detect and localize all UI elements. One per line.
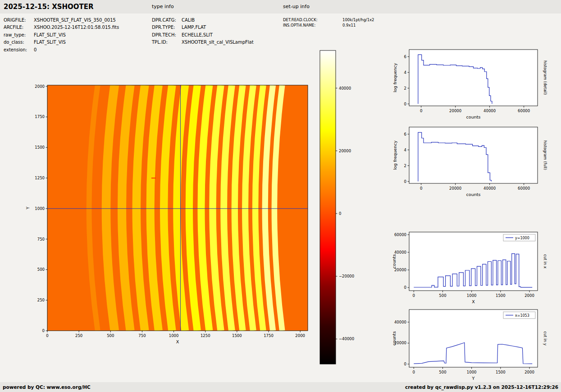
field-value: ECHELLE,SLIT <box>182 32 213 37</box>
svg-text:counts: counts <box>392 331 397 346</box>
meta-row: ARCFILE:XSHOO.2025-12-16T12:01:58.015.fi… <box>4 24 119 31</box>
svg-text:−20000: −20000 <box>339 274 354 278</box>
svg-text:60000: 60000 <box>394 232 406 237</box>
plot-area <box>409 50 538 106</box>
field-label: ORIGFILE: <box>4 17 34 24</box>
svg-text:cut in x: cut in x <box>543 254 547 269</box>
field-value: XSHOOTER_slt_cal_VISLampFlat <box>182 40 254 45</box>
svg-text:1500: 1500 <box>496 293 506 298</box>
svg-text:histogram (detail): histogram (detail) <box>543 60 547 95</box>
meta-row: INS.OPTI4.NAME:0.9x11 <box>283 23 374 28</box>
svg-text:Y: Y <box>472 376 475 381</box>
field-label: raw_type: <box>4 32 34 39</box>
field-label: DPR.CATG: <box>152 17 182 24</box>
svg-text:20000: 20000 <box>449 109 461 113</box>
svg-text:−40000: −40000 <box>339 337 354 341</box>
svg-text:40000: 40000 <box>394 320 406 324</box>
field-value: CALIB <box>182 18 195 23</box>
detector-defect <box>151 178 156 178</box>
svg-text:2000: 2000 <box>525 370 534 374</box>
colorbar-gradient <box>320 50 336 364</box>
footer-credit-left: powered by QC: www.eso.org/HC <box>3 382 91 392</box>
main-image-chart: 0250500750100012501500175020000250500750… <box>18 45 315 351</box>
cut-in-y-chart: 050010001500200002000040000Ycountscut in… <box>380 303 551 382</box>
meta-row: ORIGFILE:XSHOOTER_SLT_FLAT_VIS_350_0015 <box>4 17 119 24</box>
svg-text:0: 0 <box>46 333 48 338</box>
svg-text:1000: 1000 <box>35 206 45 211</box>
type-info-block: DPR.CATG:CALIB DPR.TYPE:LAMP,FLAT DPR.TE… <box>152 17 254 46</box>
svg-text:2000: 2000 <box>35 84 45 89</box>
svg-text:y=1000: y=1000 <box>515 236 529 240</box>
svg-text:1000: 1000 <box>467 293 477 298</box>
cut-in-x-chart: 05001000150020000200004000060000Xcountsc… <box>380 226 551 310</box>
svg-text:1750: 1750 <box>35 114 45 119</box>
svg-text:1500: 1500 <box>35 145 45 150</box>
svg-text:20000: 20000 <box>449 186 461 191</box>
svg-text:60000: 60000 <box>518 186 530 191</box>
svg-text:Y: Y <box>25 206 30 210</box>
svg-text:1500: 1500 <box>496 370 506 374</box>
svg-text:0: 0 <box>413 370 415 374</box>
field-label: INS.OPTI4.NAME: <box>283 23 342 28</box>
svg-text:0: 0 <box>420 186 422 191</box>
header-bar: 2025-12-15: XSHOOTER type info set-up in… <box>0 0 561 14</box>
svg-text:x=1053: x=1053 <box>515 314 529 318</box>
svg-text:2: 2 <box>404 86 406 91</box>
svg-text:log frequency: log frequency <box>392 141 397 170</box>
svg-text:histogram (full): histogram (full) <box>543 141 547 170</box>
svg-text:2: 2 <box>404 164 406 168</box>
footer-bar: powered by QC: www.eso.org/HC created by… <box>0 382 561 392</box>
field-value: XSHOOTER_SLT_FLAT_VIS_350_0015 <box>34 18 116 23</box>
svg-text:0: 0 <box>404 362 406 366</box>
svg-text:60000: 60000 <box>518 109 530 113</box>
svg-text:500: 500 <box>107 333 114 338</box>
svg-text:0: 0 <box>42 328 45 333</box>
svg-text:1000: 1000 <box>467 370 477 374</box>
meta-row: DPR.CATG:CALIB <box>152 17 254 24</box>
svg-text:6: 6 <box>404 132 406 137</box>
svg-text:X: X <box>176 339 179 344</box>
svg-text:750: 750 <box>37 237 45 242</box>
svg-text:500: 500 <box>439 293 446 298</box>
histogram-detail-chart: 02000040000600000246countslog frequencyh… <box>380 43 551 125</box>
footer-credit-right: created by qc_rawdisp.py v1.2.3 on 2025-… <box>405 382 558 392</box>
svg-text:250: 250 <box>37 298 45 302</box>
svg-text:750: 750 <box>138 333 146 338</box>
svg-text:2000: 2000 <box>295 333 305 338</box>
svg-text:500: 500 <box>439 370 446 374</box>
svg-text:counts: counts <box>392 254 397 269</box>
setup-info-heading: set-up info <box>283 0 310 14</box>
svg-text:0: 0 <box>420 109 422 113</box>
svg-text:500: 500 <box>37 267 45 272</box>
svg-text:4: 4 <box>404 148 406 152</box>
svg-text:1000: 1000 <box>169 333 179 338</box>
svg-text:6: 6 <box>404 55 406 59</box>
plot-area <box>409 127 538 183</box>
field-value: FLAT_SLIT_VIS <box>34 32 66 37</box>
setup-info-block: DET.READ.CLOCK:100k/1pt/hg/1x2 INS.OPTI4… <box>283 18 374 28</box>
svg-text:2000: 2000 <box>525 293 534 298</box>
svg-text:40000: 40000 <box>394 250 406 255</box>
colorbar: 40000200000−20000−40000 <box>315 45 365 374</box>
field-value: XSHOO.2025-12-16T12:01:58.015.fits <box>34 25 119 30</box>
svg-text:20000: 20000 <box>339 149 351 153</box>
field-value: 100k/1pt/hg/1x2 <box>342 18 374 22</box>
svg-text:0: 0 <box>404 102 406 106</box>
svg-text:1750: 1750 <box>264 333 274 338</box>
qc-report-page: 2025-12-15: XSHOOTER type info set-up in… <box>0 0 561 392</box>
svg-text:0: 0 <box>339 211 341 216</box>
svg-text:40000: 40000 <box>483 109 496 113</box>
field-value: 0.9x11 <box>342 23 356 27</box>
field-value: LAMP,FLAT <box>182 25 206 30</box>
svg-text:40000: 40000 <box>339 86 351 91</box>
svg-text:0: 0 <box>404 285 406 290</box>
meta-row: DPR.TYPE:LAMP,FLAT <box>152 24 254 31</box>
type-info-heading: type info <box>152 0 174 14</box>
field-label: ARCFILE: <box>4 24 34 31</box>
meta-row: DPR.TECH:ECHELLE,SLIT <box>152 32 254 39</box>
meta-row: raw_type:FLAT_SLIT_VIS <box>4 32 119 39</box>
svg-text:1500: 1500 <box>232 333 242 338</box>
field-label: DET.READ.CLOCK: <box>283 18 342 23</box>
svg-text:250: 250 <box>75 333 82 338</box>
page-title: 2025-12-15: XSHOOTER <box>4 0 94 14</box>
